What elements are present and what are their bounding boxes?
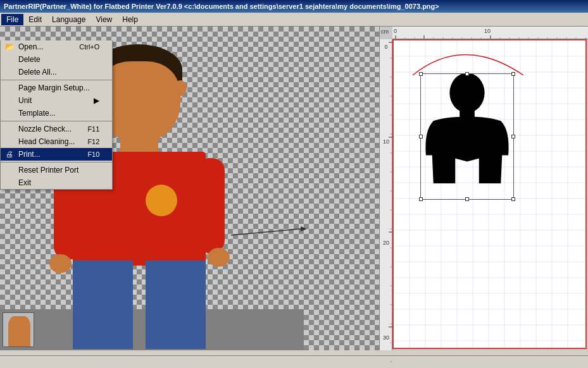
- ruler-left: 0 10 20 30: [380, 39, 392, 350]
- menu-item-reset-port[interactable]: Reset Printer Port: [1, 164, 112, 176]
- right-preview: cm 0 10: [379, 27, 588, 350]
- svg-text:10: 10: [383, 138, 389, 145]
- menu-item-nozzle[interactable]: Nozzle Check... F11: [1, 123, 112, 135]
- handle-top-middle[interactable]: [465, 72, 469, 76]
- status-bar: [0, 355, 588, 368]
- handle-top-left[interactable]: [419, 72, 423, 76]
- nozzle-label: Nozzle Check...: [18, 125, 72, 133]
- svg-text:30: 30: [383, 334, 389, 341]
- head-cleaning-shortcut: F12: [87, 138, 99, 145]
- separator-2: [1, 121, 112, 121]
- cm-label: cm: [381, 28, 389, 35]
- file-dropdown-menu: 📂 Open... Ctrl+O Delete Delete All... Pa…: [0, 40, 113, 190]
- menu-view[interactable]: View: [91, 14, 117, 25]
- print-shortcut: F10: [87, 150, 99, 158]
- handle-middle-left[interactable]: [419, 135, 423, 138]
- ruler-top: 0 10: [392, 27, 588, 39]
- reset-port-label: Reset Printer Port: [18, 166, 78, 175]
- handle-bottom-middle[interactable]: [465, 197, 469, 201]
- svg-text:20: 20: [383, 240, 389, 246]
- handle-bottom-left[interactable]: [419, 197, 423, 201]
- nozzle-shortcut: F11: [87, 125, 99, 133]
- exit-label: Exit: [18, 178, 31, 187]
- open-label: Open...: [18, 42, 43, 51]
- svg-text:10: 10: [484, 28, 491, 34]
- menu-language[interactable]: Language: [47, 14, 91, 25]
- title-text: PartnerRIP(Partner_White) for Flatbed Pr…: [4, 3, 439, 10]
- menu-item-delete[interactable]: Delete: [1, 53, 112, 66]
- handle-top-right[interactable]: [511, 72, 515, 76]
- menu-item-delete-all[interactable]: Delete All...: [1, 66, 112, 78]
- title-bar: PartnerRIP(Partner_White) for Flatbed Pr…: [0, 0, 588, 13]
- page-margin-label: Page Margin Setup...: [18, 83, 90, 92]
- open-shortcut: Ctrl+O: [79, 43, 99, 51]
- delete-label: Delete: [18, 55, 41, 64]
- separator-1: [1, 80, 112, 80]
- menu-help[interactable]: Help: [117, 14, 143, 25]
- svg-text:0: 0: [384, 44, 387, 50]
- menu-item-template[interactable]: Template...: [1, 107, 112, 120]
- template-label: Template...: [18, 109, 56, 118]
- preview-canvas: [392, 39, 587, 349]
- delete-all-label: Delete All...: [18, 68, 57, 77]
- silhouette-selection-box[interactable]: [420, 73, 514, 200]
- handle-middle-right[interactable]: [511, 135, 515, 138]
- svg-text:0: 0: [394, 28, 397, 34]
- open-icon: 📂: [3, 42, 16, 51]
- svg-line-0: [231, 229, 301, 235]
- thumbnail-1[interactable]: [3, 312, 34, 347]
- svg-marker-1: [301, 226, 307, 231]
- menu-item-print[interactable]: 🖨 Print... F10: [1, 148, 112, 161]
- menu-edit[interactable]: Edit: [23, 14, 47, 25]
- head-cleaning-label: Head Cleaning...: [18, 137, 75, 146]
- menu-item-exit[interactable]: Exit: [1, 176, 112, 189]
- print-icon: 🖨: [3, 150, 16, 159]
- arrow-line: [231, 223, 313, 248]
- menu-file[interactable]: File: [1, 14, 23, 25]
- print-label: Print...: [18, 150, 41, 159]
- menu-item-head-cleaning[interactable]: Head Cleaning... F12: [1, 135, 112, 148]
- menu-item-page-margin[interactable]: Page Margin Setup...: [1, 82, 112, 94]
- unit-label: Unit: [18, 96, 32, 105]
- silhouette-svg: [421, 74, 513, 199]
- svg-point-82: [449, 74, 484, 113]
- separator-3: [1, 162, 112, 163]
- menu-bar: File Edit Language View Help 📂 Open... C…: [0, 13, 588, 27]
- unit-arrow-icon: ▶: [94, 96, 99, 105]
- menu-item-open[interactable]: 📂 Open... Ctrl+O: [1, 40, 112, 53]
- menu-item-unit[interactable]: Unit ▶: [1, 94, 112, 107]
- handle-bottom-right[interactable]: [511, 197, 515, 201]
